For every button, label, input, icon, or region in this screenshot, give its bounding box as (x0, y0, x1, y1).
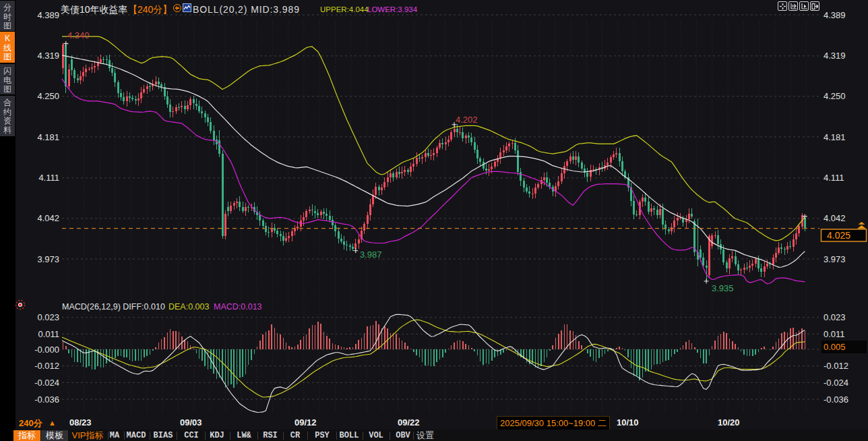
svg-text:-0.024: -0.024 (824, 378, 848, 388)
svg-text:4.181: 4.181 (37, 132, 59, 142)
svg-text:0.005: 0.005 (824, 342, 846, 352)
svg-text:-0.024: -0.024 (34, 378, 59, 388)
svg-text:-0.036: -0.036 (824, 394, 848, 405)
svg-text:4.389: 4.389 (37, 10, 59, 20)
svg-text:0.023: 0.023 (37, 312, 59, 322)
svg-text:4.202: 4.202 (456, 115, 478, 125)
svg-text:3.935: 3.935 (712, 283, 734, 293)
svg-text:4.250: 4.250 (824, 91, 846, 101)
svg-text:4.319: 4.319 (37, 51, 59, 61)
svg-text:3.987: 3.987 (360, 249, 382, 260)
svg-text:4.319: 4.319 (824, 51, 846, 61)
svg-text:MACD(26,12,9) DIFF:0.010: MACD(26,12,9) DIFF:0.010 (62, 302, 165, 312)
svg-text:4.250: 4.250 (37, 91, 59, 101)
svg-text:-0.036: -0.036 (34, 394, 59, 405)
svg-text:4.340: 4.340 (67, 30, 90, 40)
svg-text:4.389: 4.389 (824, 10, 846, 20)
svg-text:-0.012: -0.012 (824, 361, 848, 371)
svg-text:-0.012: -0.012 (34, 361, 59, 371)
svg-text:MACD:0.013: MACD:0.013 (214, 302, 262, 312)
svg-text:4.042: 4.042 (824, 213, 846, 223)
svg-text:4.042: 4.042 (37, 213, 59, 223)
svg-text:3.973: 3.973 (824, 254, 846, 264)
svg-text:4.111: 4.111 (38, 173, 59, 183)
svg-text:4.111: 4.111 (824, 173, 844, 183)
svg-text:4.025: 4.025 (827, 230, 850, 241)
svg-text:0.011: 0.011 (824, 329, 845, 339)
svg-text:-0.000: -0.000 (34, 345, 59, 355)
svg-text:0.023: 0.023 (824, 312, 846, 322)
svg-text:3.973: 3.973 (37, 254, 59, 264)
svg-text:0.011: 0.011 (38, 329, 59, 339)
svg-text:4.181: 4.181 (824, 132, 846, 142)
svg-text:DEA:0.003: DEA:0.003 (168, 302, 210, 312)
